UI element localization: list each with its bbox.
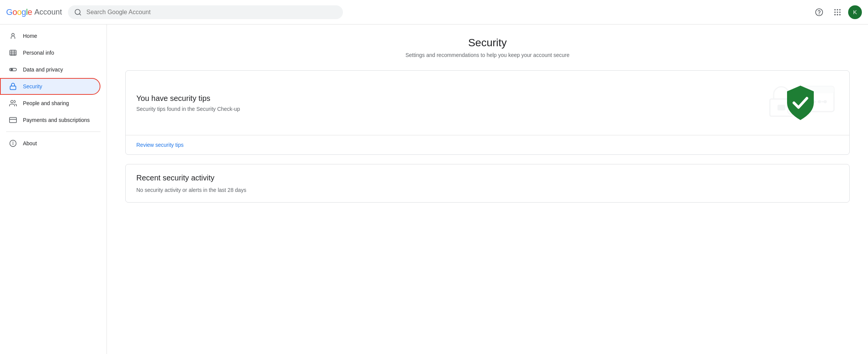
apps-icon [833,8,842,16]
recent-activity-card: Recent security activity No security act… [125,164,850,203]
svg-point-7 [834,11,836,13]
security-tips-desc: Security tips found in the Security Chec… [136,106,762,112]
sidebar-item-data-privacy[interactable]: Data and privacy [0,61,100,78]
sidebar: Home Personal info Data a [0,24,107,354]
page-title: Security [125,37,850,49]
recent-activity-card-body: Recent security activity No security act… [126,164,849,202]
sidebar-item-security-label: Security [23,83,42,89]
security-tips-illustration [762,80,839,126]
avatar[interactable]: K [848,5,862,19]
layout: Home Personal info Data a [0,24,868,354]
svg-rect-23 [10,117,16,122]
svg-point-9 [839,11,841,13]
svg-line-1 [79,13,81,15]
search-icon [74,8,82,16]
sidebar-item-payments-label: Payments and subscriptions [23,117,90,123]
page-header: Security Settings and recommendations to… [125,37,850,58]
svg-point-11 [837,14,838,15]
google-account-logo[interactable]: Google Account [6,7,62,17]
sidebar-item-about[interactable]: About [0,135,100,152]
sidebar-item-security[interactable]: Security [0,78,100,95]
security-tips-title: You have security tips [136,94,762,103]
recent-activity-desc: No security activity or alerts in the la… [136,187,246,193]
svg-rect-21 [10,86,16,89]
sidebar-item-about-label: About [23,140,37,146]
sidebar-item-home-label: Home [23,33,37,39]
sidebar-item-personal-info-label: Personal info [23,50,54,56]
sidebar-item-people-sharing[interactable]: People and sharing [0,95,100,112]
help-button[interactable] [811,5,827,20]
search-bar[interactable] [68,5,343,19]
page-subtitle: Settings and recommendations to help you… [125,52,850,58]
apps-button[interactable] [830,5,845,20]
recent-activity-content: Recent security activity No security act… [136,174,246,193]
sidebar-item-people-sharing-label: People and sharing [23,100,69,106]
svg-rect-14 [10,50,16,55]
svg-point-8 [837,11,838,13]
credit-card-icon [9,116,17,124]
svg-point-20 [11,69,13,71]
svg-point-6 [839,9,841,10]
sidebar-item-payments[interactable]: Payments and subscriptions [0,112,100,128]
search-input[interactable] [86,9,337,16]
header: Google Account K [0,0,868,24]
shield-checkmark-icon [783,84,818,122]
svg-point-5 [837,9,838,10]
svg-point-38 [824,100,827,103]
google-wordmark: Google [6,7,32,17]
svg-point-4 [834,9,836,10]
sidebar-item-data-privacy-label: Data and privacy [23,67,63,73]
toggle-icon [9,66,17,73]
svg-point-13 [12,33,15,36]
sidebar-item-personal-info[interactable]: Personal info [0,44,100,61]
people-icon [9,99,17,107]
sidebar-item-home[interactable]: Home [0,28,100,44]
security-tips-footer: Review security tips [126,135,849,154]
lock-icon [9,83,17,90]
recent-activity-title: Recent security activity [136,174,246,182]
svg-point-22 [11,101,13,103]
header-actions: K [811,5,862,20]
svg-point-37 [818,100,821,103]
home-icon [9,32,17,40]
sidebar-divider [6,132,100,132]
security-tips-content: You have security tips Security tips fou… [136,94,762,112]
main-content: Security Settings and recommendations to… [107,24,868,354]
svg-point-12 [839,14,841,15]
svg-point-10 [834,14,836,15]
security-tips-card-body: You have security tips Security tips fou… [126,71,849,135]
info-icon [9,140,17,147]
account-wordmark: Account [34,8,62,16]
person-icon [9,49,17,57]
help-icon [815,8,823,16]
security-tips-card: You have security tips Security tips fou… [125,70,850,155]
review-security-tips-link[interactable]: Review security tips [136,142,184,148]
